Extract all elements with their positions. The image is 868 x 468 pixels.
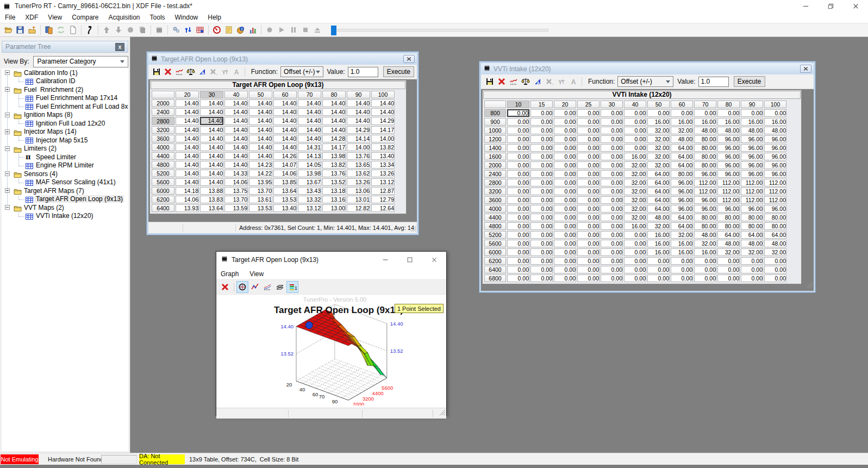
data-cell[interactable]: 0.00: [577, 257, 600, 265]
data-cell[interactable]: 0.00: [554, 179, 576, 186]
data-cell[interactable]: 0.00: [694, 257, 716, 265]
data-cell[interactable]: 13.53: [273, 196, 297, 203]
data-cell[interactable]: 0.00: [507, 135, 529, 143]
notepad-button[interactable]: [223, 24, 235, 36]
data-cell[interactable]: 96.00: [764, 135, 786, 143]
data-cell[interactable]: 14.40: [200, 170, 223, 177]
row-header[interactable]: 4000: [152, 143, 174, 151]
row-header[interactable]: 6400: [152, 204, 174, 212]
row-header[interactable]: 5600: [152, 178, 174, 186]
data-cell[interactable]: 14.40: [224, 161, 248, 169]
data-cell[interactable]: 16.00: [694, 118, 716, 126]
data-cell[interactable]: 96.00: [671, 196, 693, 204]
data-cell[interactable]: 14.40: [176, 108, 199, 116]
data-cell[interactable]: 13.65: [347, 161, 370, 169]
refresh-button[interactable]: [55, 24, 67, 36]
data-cell[interactable]: 112.00: [694, 179, 716, 186]
data-cell[interactable]: 96.00: [741, 205, 763, 213]
data-cell[interactable]: 14.40: [347, 99, 370, 107]
row-header[interactable]: 5200: [152, 170, 174, 177]
data-cell[interactable]: 0.00: [601, 222, 623, 230]
data-cell[interactable]: 12.79: [371, 196, 395, 203]
sphere-button[interactable]: [124, 24, 136, 36]
data-cell[interactable]: 32.00: [647, 153, 670, 160]
data-cell[interactable]: 0.00: [741, 109, 763, 117]
data-cell[interactable]: 0.00: [577, 170, 600, 178]
data-cell[interactable]: 80.00: [694, 135, 716, 143]
data-cell[interactable]: 64.00: [764, 231, 786, 239]
column-header[interactable]: 10: [507, 101, 529, 108]
column-header[interactable]: 30: [601, 101, 623, 108]
data-cell[interactable]: 0.00: [577, 179, 600, 186]
data-cell[interactable]: 96.00: [764, 205, 786, 213]
folder-export-button[interactable]: [26, 24, 38, 36]
data-cell[interactable]: 0.00: [694, 274, 716, 282]
data-cell[interactable]: 0.00: [554, 109, 576, 117]
data-cell[interactable]: 14.40: [224, 99, 248, 107]
selected-cell[interactable]: 0.00: [507, 109, 529, 117]
gears-button[interactable]: [170, 24, 182, 36]
data-cell[interactable]: 32.00: [624, 179, 646, 186]
data-cell[interactable]: 64.00: [671, 144, 693, 152]
row-header[interactable]: 3200: [152, 126, 174, 134]
data-cell[interactable]: 48.00: [741, 127, 763, 134]
data-cell[interactable]: 32.00: [647, 161, 670, 169]
row-header[interactable]: 2000: [152, 99, 174, 107]
data-cell[interactable]: 14.40: [298, 135, 321, 142]
row-header[interactable]: 900: [484, 118, 506, 126]
data-cell[interactable]: 32.00: [624, 196, 646, 204]
menu-item-compare[interactable]: Compare: [67, 14, 103, 21]
data-cell[interactable]: 14.29: [347, 126, 370, 134]
data-cell[interactable]: 0.00: [694, 109, 716, 117]
data-cell[interactable]: 0.00: [530, 170, 553, 178]
data-cell[interactable]: 13.34: [371, 161, 395, 169]
tree-group-item[interactable]: VVT Maps (2): [2, 203, 128, 212]
afr-a-letter-button[interactable]: A: [231, 66, 242, 78]
data-cell[interactable]: 32.00: [624, 170, 646, 178]
data-cell[interactable]: 0.00: [507, 214, 529, 221]
data-cell[interactable]: 64.00: [647, 170, 670, 178]
data-cell[interactable]: 80.00: [694, 161, 716, 169]
data-cell[interactable]: 0.00: [624, 240, 646, 247]
column-header[interactable]: 80: [322, 91, 346, 98]
vvti-y-axis-button[interactable]: Y: [555, 76, 567, 88]
data-cell[interactable]: 14.40: [249, 117, 272, 125]
vvti-delete-x-button[interactable]: [496, 76, 507, 88]
afr-y-axis-button[interactable]: Y: [220, 66, 230, 78]
data-cell[interactable]: 32.00: [647, 127, 670, 134]
data-cell[interactable]: 0.00: [507, 248, 529, 256]
data-cell[interactable]: 14.40: [273, 135, 297, 142]
data-cell[interactable]: 0.00: [601, 214, 623, 221]
data-cell[interactable]: 0.00: [530, 266, 553, 273]
afr-delete-x-button[interactable]: [163, 66, 173, 78]
data-cell[interactable]: 80.00: [741, 214, 763, 221]
data-cell[interactable]: 13.61: [249, 196, 272, 203]
data-cell[interactable]: 0.00: [671, 257, 693, 265]
data-cell[interactable]: 80.00: [764, 222, 786, 230]
data-cell[interactable]: 0.00: [554, 170, 576, 178]
data-cell[interactable]: 96.00: [671, 179, 693, 186]
data-cell[interactable]: 0.00: [554, 248, 576, 256]
data-cell[interactable]: 0.00: [601, 240, 623, 247]
data-cell[interactable]: 0.00: [601, 109, 623, 117]
data-cell[interactable]: 0.00: [530, 109, 553, 117]
afr-execute-button[interactable]: Execute: [383, 66, 414, 77]
data-cell[interactable]: 48.00: [694, 231, 716, 239]
bar-chart-button[interactable]: [247, 24, 259, 36]
data-cell[interactable]: 14.40: [322, 99, 346, 107]
data-cell[interactable]: 64.00: [647, 179, 670, 186]
data-cell[interactable]: 14.40: [224, 126, 248, 134]
data-cell[interactable]: 14.17: [322, 143, 346, 151]
acquisition-slider-handle[interactable]: [331, 26, 336, 35]
vvti-a-letter-button[interactable]: A: [567, 76, 579, 88]
globe-info-button[interactable]: i: [235, 24, 247, 36]
data-cell[interactable]: 96.00: [694, 196, 716, 204]
data-cell[interactable]: 13.64: [200, 204, 223, 212]
data-cell[interactable]: 48.00: [764, 127, 786, 134]
data-cell[interactable]: 96.00: [717, 205, 740, 213]
data-cell[interactable]: 0.00: [601, 196, 623, 204]
data-cell[interactable]: 0.00: [577, 248, 600, 256]
data-cell[interactable]: 0.00: [577, 161, 600, 169]
data-cell[interactable]: 16.00: [764, 118, 786, 126]
vvti-value-input[interactable]: [698, 77, 729, 87]
